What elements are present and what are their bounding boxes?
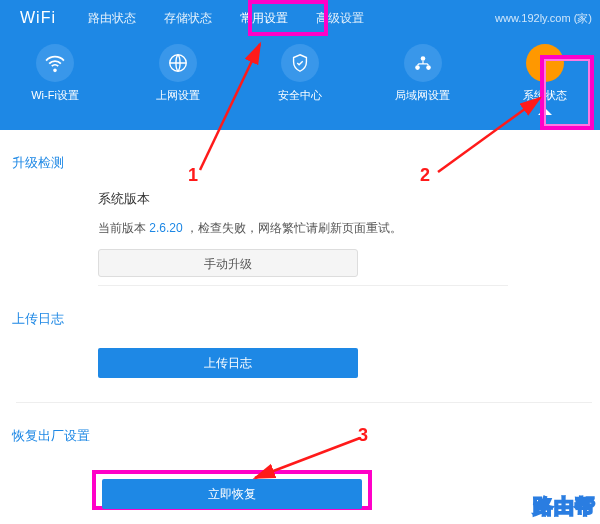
nav-lan[interactable]: 局域网设置 [388, 44, 458, 103]
active-indicator [538, 108, 552, 115]
nav-system-label: 系统状态 [523, 88, 567, 103]
tab-router-status[interactable]: 路由状态 [74, 0, 150, 36]
version-suffix: ，检查失败，网络繁忙请刷新页面重试。 [186, 221, 402, 235]
content: 升级检测 系统版本 当前版本 2.6.20 ，检查失败，网络繁忙请刷新页面重试。… [0, 130, 600, 455]
nav-system[interactable]: 系统状态 [510, 44, 580, 103]
nav-wifi[interactable]: Wi-Fi设置 [20, 44, 90, 103]
watermark: 路由帮 [533, 493, 596, 520]
nav-internet[interactable]: 上网设置 [143, 44, 213, 103]
svg-point-4 [544, 57, 547, 60]
section-upgrade-check: 升级检测 [8, 130, 600, 182]
tab-storage-status[interactable]: 存储状态 [150, 0, 226, 36]
nav-wifi-label: Wi-Fi设置 [31, 88, 79, 103]
nav-lan-label: 局域网设置 [395, 88, 450, 103]
nav-row: Wi-Fi设置 上网设置 安全中心 局域网设置 系统状态 [0, 36, 600, 103]
version-number: 2.6.20 [149, 221, 182, 235]
top-tabs: WiFi 路由状态 存储状态 常用设置 高级设置 www.192ly.com (… [0, 0, 600, 36]
nav-security[interactable]: 安全中心 [265, 44, 335, 103]
svg-rect-5 [544, 61, 546, 68]
svg-point-3 [426, 65, 431, 70]
header-url[interactable]: www.192ly.com (家) [495, 0, 592, 36]
version-prefix: 当前版本 [98, 221, 146, 235]
restore-now-button[interactable]: 立即恢复 [102, 479, 362, 509]
svg-point-1 [420, 56, 425, 61]
logo: WiFi [20, 9, 56, 27]
svg-point-2 [415, 65, 420, 70]
section-upload-log: 上传日志 [8, 286, 600, 338]
nav-internet-label: 上网设置 [156, 88, 200, 103]
tab-common-settings[interactable]: 常用设置 [226, 0, 302, 36]
globe-icon [159, 44, 197, 82]
shield-icon [281, 44, 319, 82]
annotation-highlight-3: 立即恢复 [92, 470, 372, 510]
version-line: 当前版本 2.6.20 ，检查失败，网络繁忙请刷新页面重试。 [98, 220, 508, 237]
upload-log-wrap: 上传日志 [98, 348, 600, 402]
info-icon [526, 44, 564, 82]
lan-icon [404, 44, 442, 82]
tab-advanced-settings[interactable]: 高级设置 [302, 0, 378, 36]
nav-security-label: 安全中心 [278, 88, 322, 103]
header: WiFi 路由状态 存储状态 常用设置 高级设置 www.192ly.com (… [0, 0, 600, 130]
wifi-icon [36, 44, 74, 82]
system-version-title: 系统版本 [98, 190, 508, 208]
manual-upgrade-button[interactable]: 手动升级 [98, 249, 358, 277]
upload-log-button[interactable]: 上传日志 [98, 348, 358, 378]
system-version-card: 系统版本 当前版本 2.6.20 ，检查失败，网络繁忙请刷新页面重试。 手动升级 [98, 190, 508, 286]
section-factory-reset: 恢复出厂设置 [8, 403, 600, 455]
